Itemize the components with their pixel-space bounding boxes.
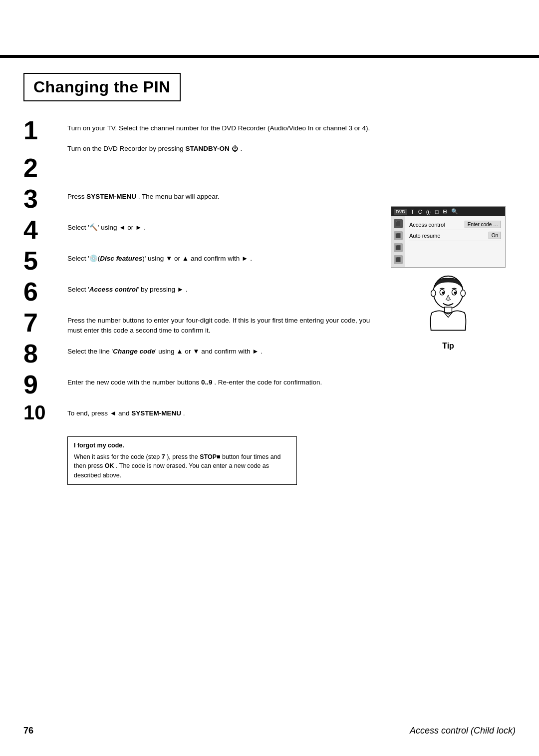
step-7-text: Press the number buttons to enter your f… bbox=[58, 309, 376, 336]
character-illustration bbox=[421, 275, 476, 340]
steps-col: 1 Turn on your TV. Select the channel nu… bbox=[23, 116, 376, 485]
step-3-row: 3 Press SYSTEM-MENU . The menu bar will … bbox=[23, 185, 376, 216]
topbar-search: 🔍 bbox=[451, 208, 458, 215]
step-9-text: Enter the new code with the number butto… bbox=[58, 371, 376, 387]
step-4-number: 4 bbox=[23, 216, 58, 244]
tip-box-text: When it asks for the code (step 7 ), pre… bbox=[74, 452, 290, 480]
step-5-number: 5 bbox=[23, 247, 58, 275]
screen-topbar: DVD T C ((· □ ⊞ 🔍 bbox=[391, 207, 505, 216]
screen-body: ⬛ ⬛ ⬛ ⬛ Access control Enter code … Auto… bbox=[391, 216, 505, 267]
topbar-box: □ bbox=[435, 209, 439, 215]
tip-character: Tip bbox=[421, 275, 476, 351]
section-title-box: Changing the PIN bbox=[23, 73, 181, 101]
screen-icons-col: ⬛ ⬛ ⬛ ⬛ bbox=[391, 216, 405, 267]
step-2-row: 2 bbox=[23, 154, 376, 185]
step-5-row: 5 Select '💿(Disc features)' using ▼ or ▲… bbox=[23, 247, 376, 278]
svg-point-6 bbox=[454, 292, 457, 294]
step-8-row: 8 Select the line 'Change code' using ▲ … bbox=[23, 340, 376, 371]
tip-box: I forgot my code. When it asks for the c… bbox=[67, 436, 297, 485]
svg-rect-7 bbox=[445, 307, 452, 313]
bottom-bar: 76 Access control (Child lock) bbox=[0, 726, 539, 736]
topbar-c: C bbox=[418, 209, 422, 215]
step-7-row: 7 Press the number buttons to enter your… bbox=[23, 309, 376, 340]
step-6-number: 6 bbox=[23, 278, 58, 306]
svg-point-2 bbox=[461, 290, 465, 297]
step-10-text: To end, press ◄ and SYSTEM-MENU . bbox=[58, 401, 376, 418]
menu-label-auto: Auto resume bbox=[409, 233, 440, 239]
topbar-dvd: DVD bbox=[394, 209, 407, 215]
step-7-number: 7 bbox=[23, 309, 58, 337]
step-1-row: 1 Turn on your TV. Select the channel nu… bbox=[23, 116, 376, 154]
page-number: 76 bbox=[23, 726, 33, 736]
step-1-number: 1 bbox=[23, 116, 58, 145]
step-4-row: 4 Select '🔨' using ◄ or ► . bbox=[23, 216, 376, 247]
svg-point-5 bbox=[442, 292, 444, 294]
tip-label: Tip bbox=[442, 342, 454, 351]
step-2-text bbox=[58, 154, 376, 161]
step-2-number: 2 bbox=[23, 154, 58, 182]
step-8-number: 8 bbox=[23, 340, 58, 368]
step-6-row: 6 Select 'Access control' by pressing ► … bbox=[23, 278, 376, 309]
step-10-row: 10 To end, press ◄ and SYSTEM-MENU . bbox=[23, 401, 376, 432]
step-4-text: Select '🔨' using ◄ or ► . bbox=[58, 216, 376, 233]
screen-icon-2: ⬛ bbox=[394, 231, 403, 240]
step-3-text: Press SYSTEM-MENU . The menu bar will ap… bbox=[58, 185, 376, 202]
main-layout: 1 Turn on your TV. Select the channel nu… bbox=[23, 116, 516, 485]
right-sidebar: DVD T C ((· □ ⊞ 🔍 ⬛ ⬛ ⬛ ⬛ bbox=[376, 116, 516, 485]
menu-btn-auto: On bbox=[489, 232, 501, 239]
step-9-row: 9 Enter the new code with the number but… bbox=[23, 371, 376, 401]
step-3-number: 3 bbox=[23, 185, 58, 213]
topbar-grid: ⊞ bbox=[443, 208, 447, 215]
screen-icon-1: ⬛ bbox=[394, 219, 403, 228]
screen-icon-3: ⬛ bbox=[394, 243, 403, 252]
tip-box-title: I forgot my code. bbox=[74, 441, 290, 450]
topbar-t: T bbox=[411, 209, 414, 215]
step-6-text: Select 'Access control' by pressing ► . bbox=[58, 278, 376, 295]
step-5-text: Select '💿(Disc features)' using ▼ or ▲ a… bbox=[58, 247, 376, 264]
screen-icon-4: ⬛ bbox=[394, 255, 403, 264]
screen-main-col: Access control Enter code … Auto resume … bbox=[405, 216, 505, 267]
svg-point-1 bbox=[431, 290, 436, 297]
step-1-text: Turn on your TV. Select the channel numb… bbox=[58, 116, 376, 154]
bottom-section-title: Access control (Child lock) bbox=[410, 726, 516, 736]
screen-menu-row-2: Auto resume On bbox=[409, 230, 501, 241]
step-9-number: 9 bbox=[23, 371, 58, 399]
step-8-text: Select the line 'Change code' using ▲ or… bbox=[58, 340, 376, 357]
menu-btn-access: Enter code … bbox=[465, 221, 501, 228]
screen-mockup: DVD T C ((· □ ⊞ 🔍 ⬛ ⬛ ⬛ ⬛ bbox=[391, 206, 506, 268]
step-10-number: 10 bbox=[23, 401, 58, 423]
menu-label-access: Access control bbox=[409, 222, 445, 228]
screen-menu-row-1: Access control Enter code … bbox=[409, 219, 501, 230]
page-content: Changing the PIN 1 Turn on your TV. Sele… bbox=[0, 58, 539, 485]
topbar-radio: ((· bbox=[426, 209, 431, 215]
page-title: Changing the PIN bbox=[33, 78, 171, 96]
